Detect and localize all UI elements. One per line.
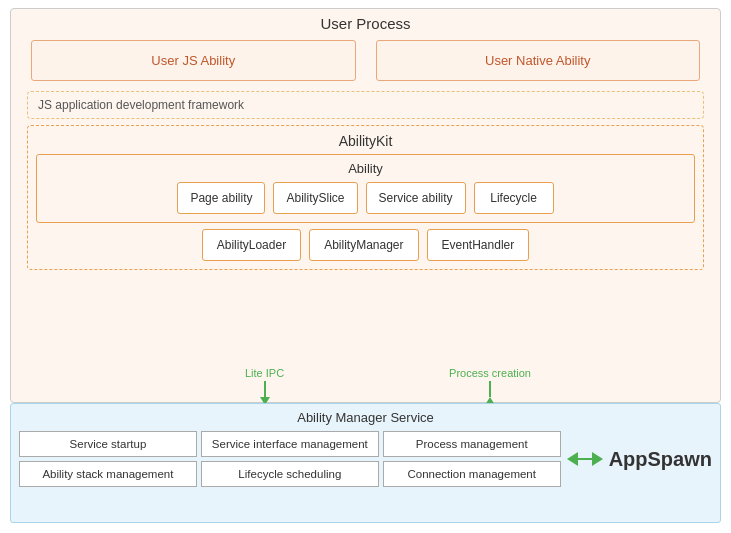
arrow-line <box>578 458 592 460</box>
eventhandler-cell: EventHandler <box>427 229 530 261</box>
ams-section: Ability Manager Service Service startup … <box>10 403 721 523</box>
appspawn-label: AppSpawn <box>609 448 712 471</box>
process-creation-line <box>489 381 491 397</box>
page-ability-cell: Page ability <box>177 182 265 214</box>
lite-ipc-line <box>264 381 266 397</box>
user-process-title: User Process <box>11 9 720 40</box>
ams-cell-0: Service startup <box>19 431 197 457</box>
arrow-right-icon <box>592 452 603 466</box>
arrow-left-icon <box>567 452 578 466</box>
abilitykit-title: AbilityKit <box>36 130 695 154</box>
process-creation-arrow: Process creation <box>449 367 531 405</box>
ams-grid: Service startup Service interface manage… <box>19 431 561 487</box>
user-js-ability-box: User JS Ability <box>31 40 356 81</box>
ams-content: Service startup Service interface manage… <box>19 431 712 487</box>
abilitykit-box: AbilityKit Ability Page ability AbilityS… <box>27 125 704 270</box>
abilityslice-cell: AbilitySlice <box>273 182 357 214</box>
service-ability-cell: Service ability <box>366 182 466 214</box>
abilitykit-bottom-row: AbilityLoader AbilityManager EventHandle… <box>36 229 695 261</box>
js-framework-box: JS application development framework <box>27 91 704 119</box>
appspawn-area: AppSpawn <box>567 431 712 487</box>
lite-ipc-arrow: Lite IPC <box>245 367 284 405</box>
user-process-box: User Process User JS Ability User Native… <box>10 8 721 403</box>
double-arrow <box>567 452 603 466</box>
lite-ipc-label: Lite IPC <box>245 367 284 379</box>
ams-cell-5: Connection management <box>383 461 561 487</box>
abilityloader-cell: AbilityLoader <box>202 229 301 261</box>
process-creation-label: Process creation <box>449 367 531 379</box>
ams-title: Ability Manager Service <box>19 410 712 425</box>
lifecycle-cell: Lifecycle <box>474 182 554 214</box>
abilitymanager-cell: AbilityManager <box>309 229 418 261</box>
user-native-ability-box: User Native Ability <box>376 40 701 81</box>
top-abilities-row: User JS Ability User Native Ability <box>31 40 700 81</box>
ability-inner-title: Ability <box>43 161 688 176</box>
ability-inner-row: Page ability AbilitySlice Service abilit… <box>43 182 688 214</box>
ability-inner-box: Ability Page ability AbilitySlice Servic… <box>36 154 695 223</box>
ams-cell-4: Lifecycle scheduling <box>201 461 379 487</box>
diagram-container: User Process User JS Ability User Native… <box>0 0 731 533</box>
ams-cell-2: Process management <box>383 431 561 457</box>
ams-cell-1: Service interface management <box>201 431 379 457</box>
ams-cell-3: Ability stack management <box>19 461 197 487</box>
